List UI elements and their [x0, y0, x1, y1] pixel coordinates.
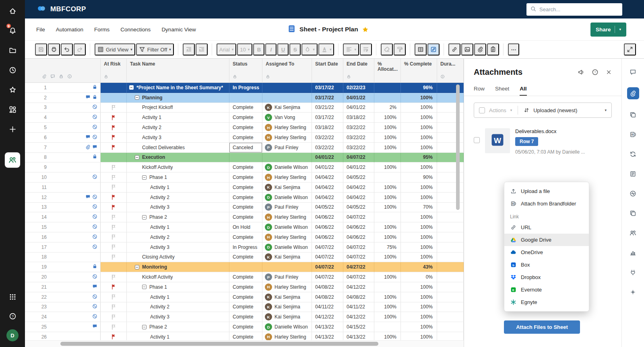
at-risk-cell[interactable] [101, 103, 127, 113]
collapse-toggle[interactable]: − [142, 325, 147, 329]
favorites-icon[interactable] [5, 84, 20, 95]
assigned-to-cell[interactable]: HHarley Sterling [262, 123, 312, 133]
status-cell[interactable]: Complete [229, 253, 262, 263]
status-cell[interactable]: Complete [229, 133, 262, 143]
activity-log-icon[interactable] [627, 189, 639, 198]
at-risk-flag-icon[interactable] [111, 204, 117, 210]
conversations-icon[interactable] [627, 68, 639, 76]
paste-button[interactable] [487, 43, 499, 55]
percent-allocated-cell[interactable]: 100% [374, 272, 401, 282]
at-risk-flag-icon[interactable] [111, 134, 117, 140]
duration-cell[interactable] [437, 183, 464, 193]
flag-outline-icon[interactable] [111, 254, 117, 260]
duration-cell[interactable] [437, 272, 464, 282]
at-risk-cell[interactable] [101, 322, 127, 332]
percent-allocated-cell[interactable]: 100% [374, 302, 401, 312]
horizontal-scrollbar-thumb[interactable] [60, 342, 378, 346]
global-search-input[interactable]: Search... [526, 3, 622, 16]
task-name-cell[interactable]: Activity 2 [127, 193, 229, 203]
lock-indicator-icon[interactable] [92, 264, 97, 270]
column-header-at-risk[interactable]: At Risk [101, 59, 127, 82]
menu-forms[interactable]: Forms [94, 27, 109, 33]
create-icon[interactable] [5, 124, 20, 134]
locked-row-indicator-icon[interactable] [92, 304, 97, 310]
end-date-cell[interactable]: 04/07/22 [343, 212, 374, 222]
row-number-cell[interactable]: 9 [25, 162, 101, 172]
status-cell[interactable]: Complete [229, 113, 262, 123]
duration-cell[interactable] [437, 143, 464, 153]
at-risk-cell[interactable] [101, 272, 127, 282]
percent-complete-cell[interactable]: 100% [401, 212, 437, 222]
connections-icon[interactable] [627, 268, 639, 277]
duration-cell[interactable] [437, 322, 464, 332]
flag-outline-icon[interactable] [111, 234, 117, 240]
text-color-button[interactable]: A▾ [318, 43, 334, 55]
task-name-cell[interactable]: −Monitoring [127, 262, 229, 272]
percent-complete-cell[interactable]: 100% [401, 253, 437, 263]
at-risk-cell[interactable] [101, 282, 127, 292]
duration-cell[interactable] [437, 292, 464, 302]
font-size-select[interactable]: 10▾ [237, 43, 252, 55]
comment-indicator-icon[interactable] [92, 324, 97, 330]
row-reference-chip[interactable]: Row 7 [515, 137, 538, 146]
row-number-cell[interactable]: 8 [25, 153, 101, 163]
status-cell[interactable]: Complete [229, 193, 262, 203]
at-risk-cell[interactable] [101, 232, 127, 242]
publish-icon[interactable] [627, 169, 639, 178]
task-name-cell[interactable]: −Planning [127, 93, 229, 103]
duration-cell[interactable] [437, 302, 464, 312]
column-header-assigned-to[interactable]: Assigned To [262, 59, 312, 82]
assigned-to-cell[interactable]: KKai Senjima [262, 292, 312, 302]
duration-cell[interactable] [437, 212, 464, 222]
task-name-cell[interactable]: −Phase 2 [127, 212, 229, 222]
share-button[interactable]: Share ▾ [590, 23, 626, 37]
tab-row[interactable]: Row [474, 82, 485, 96]
start-date-cell[interactable]: 03/22/22 [312, 143, 343, 153]
start-date-cell[interactable]: 03/22/22 [312, 133, 343, 143]
wrap-text-button[interactable] [360, 43, 372, 55]
at-risk-cell[interactable] [101, 312, 127, 322]
flag-outline-icon[interactable] [111, 164, 117, 170]
end-date-cell[interactable]: 04/07/22 [343, 242, 374, 253]
brandfolder-icon[interactable]: B [627, 130, 639, 139]
end-date-cell[interactable]: 04/01/22 [343, 103, 374, 113]
at-risk-cell[interactable] [101, 193, 127, 203]
start-date-cell[interactable]: 04/07/22 [312, 272, 343, 282]
column-header-start-date[interactable]: Start Date [312, 59, 343, 82]
row-number-cell[interactable]: 19 [25, 262, 101, 272]
start-date-cell[interactable]: 03/18/22 [312, 123, 343, 133]
at-risk-cell[interactable] [101, 93, 127, 103]
row-number-cell[interactable]: 1 [25, 83, 101, 93]
duration-cell[interactable] [437, 242, 464, 253]
task-name-cell[interactable]: Activity 3 [127, 242, 229, 253]
start-date-cell[interactable]: 04/06/22 [312, 232, 343, 242]
start-date-cell[interactable]: 03/17/22 [312, 93, 343, 103]
percent-allocated-cell[interactable] [374, 172, 401, 183]
status-cell[interactable] [229, 93, 262, 103]
percent-allocated-cell[interactable] [374, 83, 401, 93]
duration-cell[interactable] [437, 162, 464, 172]
percent-complete-cell[interactable]: 43% [401, 262, 437, 272]
status-cell[interactable]: Complete [229, 203, 262, 213]
row-number-cell[interactable]: 18 [25, 253, 101, 263]
status-cell[interactable]: Complete [229, 212, 262, 222]
attach-files-button[interactable]: Attach Files to Sheet [504, 320, 580, 334]
assigned-to-cell[interactable]: DDanielle Wilson [262, 222, 312, 232]
percent-complete-cell[interactable]: 100% [401, 143, 437, 153]
attachment-indicator-icon[interactable] [85, 144, 91, 151]
locked-row-indicator-icon[interactable] [92, 134, 97, 141]
duration-cell[interactable] [437, 123, 464, 133]
copies-icon[interactable] [627, 209, 639, 218]
insert-link-button[interactable] [448, 43, 460, 55]
locked-row-indicator-icon[interactable] [92, 204, 97, 210]
update-requests-icon[interactable] [627, 150, 639, 158]
at-risk-cell[interactable] [101, 253, 127, 263]
collapse-toggle[interactable]: − [142, 215, 147, 220]
proofs-icon[interactable] [627, 110, 639, 119]
duration-cell[interactable] [437, 172, 464, 183]
flag-outline-icon[interactable] [111, 324, 117, 330]
percent-complete-cell[interactable]: 100% [401, 242, 437, 253]
task-name-cell[interactable]: Activity 1 [127, 222, 229, 232]
row-number-cell[interactable]: 23 [25, 302, 101, 312]
start-date-cell[interactable]: 03/17/22 [312, 113, 343, 123]
